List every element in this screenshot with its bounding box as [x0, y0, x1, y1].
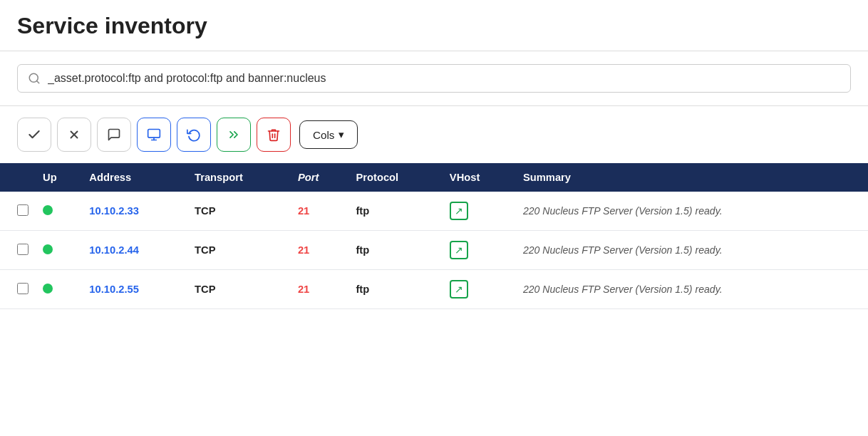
- service-table: Up Address Transport Port Protocol VHost…: [0, 163, 868, 309]
- row-protocol: ftp: [348, 192, 442, 231]
- row-up: [36, 270, 82, 309]
- row-address: 10.10.2.55: [82, 270, 187, 309]
- col-address: Address: [82, 163, 187, 192]
- row-port: 21: [291, 231, 349, 270]
- row-address: 10.10.2.44: [82, 231, 187, 270]
- status-dot: [43, 205, 53, 215]
- service-table-section: Up Address Transport Port Protocol VHost…: [0, 152, 868, 309]
- address-link[interactable]: 10.10.2.55: [89, 284, 139, 295]
- row-transport: TCP: [187, 231, 291, 270]
- row-summary: 220 Nucleus FTP Server (Version 1.5) rea…: [516, 192, 868, 231]
- table-header-row: Up Address Transport Port Protocol VHost…: [0, 163, 868, 192]
- row-port: 21: [291, 270, 349, 309]
- row-checkbox-cell: [0, 231, 36, 270]
- row-up: [36, 231, 82, 270]
- screen-button[interactable]: [137, 118, 171, 152]
- row-address: 10.10.2.33: [82, 192, 187, 231]
- address-link[interactable]: 10.10.2.44: [89, 244, 139, 256]
- row-vhost: ↗: [443, 270, 516, 309]
- refresh-button[interactable]: [177, 118, 211, 152]
- table-row: 10.10.2.33TCP21ftp↗220 Nucleus FTP Serve…: [0, 192, 868, 231]
- search-input[interactable]: [48, 72, 840, 85]
- table-row: 10.10.2.55TCP21ftp↗220 Nucleus FTP Serve…: [0, 270, 868, 309]
- col-transport: Transport: [187, 163, 291, 192]
- svg-rect-4: [148, 130, 160, 138]
- row-checkbox[interactable]: [17, 244, 29, 255]
- vhost-icon[interactable]: ↗: [450, 241, 468, 259]
- vhost-icon[interactable]: ↗: [450, 280, 468, 299]
- table-row: 10.10.2.44TCP21ftp↗220 Nucleus FTP Serve…: [0, 231, 868, 270]
- row-up: [36, 192, 82, 231]
- col-checkbox: [0, 163, 36, 192]
- cols-arrow-icon: ▾: [339, 128, 344, 141]
- col-port: Port: [291, 163, 349, 192]
- row-transport: TCP: [187, 270, 291, 309]
- row-vhost: ↗: [443, 192, 516, 231]
- row-checkbox-cell: [0, 192, 36, 231]
- cols-label: Cols: [313, 129, 334, 141]
- col-summary: Summary: [516, 163, 868, 192]
- comment-button[interactable]: [97, 118, 131, 152]
- search-bar-container: [17, 64, 851, 93]
- page-title: Service inventory: [0, 0, 868, 51]
- col-up: Up: [36, 163, 82, 192]
- vhost-icon[interactable]: ↗: [450, 202, 468, 220]
- row-vhost: ↗: [443, 231, 516, 270]
- row-protocol: ftp: [348, 270, 442, 309]
- row-protocol: ftp: [348, 231, 442, 270]
- check-button[interactable]: [17, 118, 51, 152]
- paginate-button[interactable]: [217, 118, 251, 152]
- row-checkbox[interactable]: [17, 283, 29, 294]
- col-protocol: Protocol: [348, 163, 442, 192]
- row-transport: TCP: [187, 192, 291, 231]
- toolbar: Cols ▾: [0, 106, 868, 152]
- row-summary: 220 Nucleus FTP Server (Version 1.5) rea…: [516, 270, 868, 309]
- status-dot: [43, 244, 53, 254]
- row-checkbox[interactable]: [17, 204, 29, 216]
- svg-line-1: [36, 81, 38, 83]
- col-vhost: VHost: [443, 163, 516, 192]
- row-port: 21: [291, 192, 349, 231]
- status-dot: [43, 284, 53, 294]
- search-icon: [28, 72, 41, 85]
- delete-button[interactable]: [257, 118, 291, 152]
- row-summary: 220 Nucleus FTP Server (Version 1.5) rea…: [516, 231, 868, 270]
- row-checkbox-cell: [0, 270, 36, 309]
- address-link[interactable]: 10.10.2.33: [89, 205, 139, 217]
- cols-button[interactable]: Cols ▾: [299, 120, 358, 149]
- clear-button[interactable]: [57, 118, 91, 152]
- search-section: [0, 51, 868, 106]
